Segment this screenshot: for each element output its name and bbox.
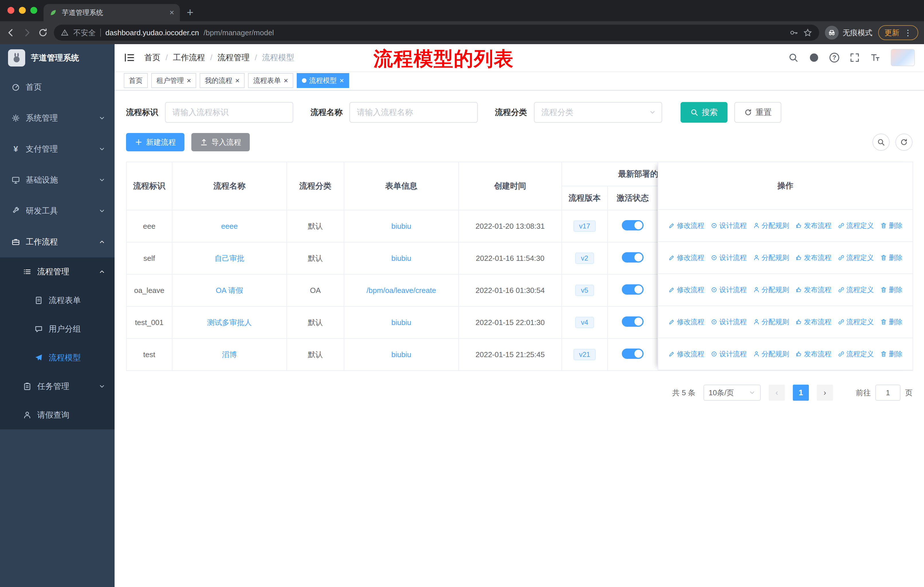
process-name-link[interactable]: 测试多审批人 bbox=[207, 318, 252, 327]
prev-page-button[interactable]: ‹ bbox=[769, 385, 785, 401]
import-process-button[interactable]: 导入流程 bbox=[191, 133, 250, 151]
delete-link[interactable]: 删除 bbox=[880, 285, 903, 294]
tab-close-icon[interactable]: × bbox=[170, 8, 174, 17]
form-info-link[interactable]: biubiu bbox=[391, 254, 411, 263]
window-close-button[interactable] bbox=[7, 7, 14, 14]
reload-icon[interactable] bbox=[38, 28, 48, 38]
sidebar-item-workflow[interactable]: 工作流程 bbox=[0, 227, 115, 257]
sidebar-item-leave-query[interactable]: 请假查询 bbox=[0, 401, 115, 429]
deploy-process-link[interactable]: 发布流程 bbox=[795, 349, 832, 359]
form-info-link[interactable]: biubiu bbox=[391, 350, 411, 359]
browser-tab[interactable]: 芋道管理系统 × bbox=[43, 4, 180, 21]
process-name-link[interactable]: 自己审批 bbox=[214, 254, 244, 263]
process-definition-link[interactable]: 流程定义 bbox=[838, 253, 874, 262]
tag-item[interactable]: 流程模型 × bbox=[297, 73, 349, 88]
sidebar-item-home[interactable]: 首页 bbox=[0, 72, 115, 103]
form-info-link[interactable]: biubiu bbox=[391, 222, 411, 230]
app-logo[interactable]: 芋道管理系统 bbox=[0, 44, 115, 72]
page-1-button[interactable]: 1 bbox=[793, 385, 809, 401]
process-definition-link[interactable]: 流程定义 bbox=[838, 317, 874, 326]
modify-process-link[interactable]: 修改流程 bbox=[668, 285, 704, 294]
password-key-icon[interactable] bbox=[789, 28, 799, 37]
tag-close-icon[interactable]: × bbox=[235, 77, 239, 84]
process-name-link[interactable]: eeee bbox=[221, 222, 238, 230]
assign-rule-link[interactable]: 分配规则 bbox=[753, 221, 789, 230]
category-select[interactable]: 流程分类 bbox=[534, 102, 662, 123]
sidebar-item-process-management[interactable]: 流程管理 bbox=[0, 257, 115, 286]
modify-process-link[interactable]: 修改流程 bbox=[668, 317, 704, 326]
sidebar-item-task-management[interactable]: 任务管理 bbox=[0, 372, 115, 401]
assign-rule-link[interactable]: 分配规则 bbox=[753, 317, 789, 326]
help-icon[interactable]: ? bbox=[830, 53, 839, 63]
new-tab-button[interactable]: + bbox=[180, 6, 200, 21]
next-page-button[interactable]: › bbox=[817, 385, 833, 401]
modify-process-link[interactable]: 修改流程 bbox=[668, 221, 704, 230]
sidebar-item-payment[interactable]: ¥ 支付管理 bbox=[0, 134, 115, 165]
sidebar-item-infrastructure[interactable]: 基础设施 bbox=[0, 165, 115, 195]
tag-close-icon[interactable]: × bbox=[340, 77, 344, 84]
delete-link[interactable]: 删除 bbox=[880, 253, 903, 262]
deploy-process-link[interactable]: 发布流程 bbox=[795, 317, 832, 326]
github-icon[interactable] bbox=[809, 53, 819, 63]
modify-process-link[interactable]: 修改流程 bbox=[668, 253, 704, 262]
font-size-icon[interactable] bbox=[870, 53, 881, 63]
security-label[interactable]: 不安全 bbox=[73, 28, 96, 38]
active-toggle[interactable] bbox=[622, 349, 644, 359]
process-definition-link[interactable]: 流程定义 bbox=[838, 285, 874, 294]
goto-page-input[interactable] bbox=[875, 385, 901, 401]
design-process-link[interactable]: 设计流程 bbox=[711, 317, 747, 326]
browser-update-button[interactable]: 更新 ⋮ bbox=[878, 25, 918, 40]
window-minimize-button[interactable] bbox=[19, 7, 26, 14]
form-info-link[interactable]: /bpm/oa/leave/create bbox=[366, 286, 436, 294]
breadcrumb-home[interactable]: 首页 bbox=[144, 52, 160, 63]
delete-link[interactable]: 删除 bbox=[880, 349, 903, 359]
process-name-link[interactable]: 滔博 bbox=[222, 350, 237, 359]
sidebar-item-process-model[interactable]: 流程模型 bbox=[0, 343, 115, 372]
show-search-button[interactable] bbox=[873, 134, 889, 151]
user-avatar[interactable] bbox=[891, 49, 915, 66]
assign-rule-link[interactable]: 分配规则 bbox=[753, 285, 789, 294]
tag-item[interactable]: 我的流程 × bbox=[200, 73, 244, 88]
bookmark-star-icon[interactable] bbox=[803, 28, 812, 37]
fullscreen-icon[interactable] bbox=[850, 53, 860, 63]
process-name-link[interactable]: OA 请假 bbox=[216, 286, 243, 294]
active-toggle[interactable] bbox=[622, 252, 644, 263]
process-definition-link[interactable]: 流程定义 bbox=[838, 349, 874, 359]
breadcrumb-process-management[interactable]: 流程管理 bbox=[218, 52, 250, 63]
assign-rule-link[interactable]: 分配规则 bbox=[753, 253, 789, 262]
process-name-input[interactable] bbox=[350, 102, 478, 123]
search-button[interactable]: 搜索 bbox=[681, 102, 728, 123]
url-domain[interactable]: dashboard.yudao.iocoder.cn bbox=[106, 28, 199, 37]
url-path[interactable]: /bpm/manager/model bbox=[204, 28, 274, 37]
breadcrumb-workflow[interactable]: 工作流程 bbox=[173, 52, 205, 63]
design-process-link[interactable]: 设计流程 bbox=[711, 285, 747, 294]
design-process-link[interactable]: 设计流程 bbox=[711, 349, 747, 359]
search-icon[interactable] bbox=[788, 53, 799, 63]
window-zoom-button[interactable] bbox=[30, 7, 37, 14]
address-bar[interactable]: 不安全 dashboard.yudao.iocoder.cn/bpm/manag… bbox=[54, 25, 819, 41]
tag-item[interactable]: 流程表单 × bbox=[248, 73, 293, 88]
active-toggle[interactable] bbox=[622, 316, 644, 327]
design-process-link[interactable]: 设计流程 bbox=[711, 221, 747, 230]
refresh-table-button[interactable] bbox=[895, 134, 912, 151]
sidebar-item-user-group[interactable]: 用户分组 bbox=[0, 315, 115, 343]
tag-close-icon[interactable]: × bbox=[284, 77, 288, 84]
form-info-link[interactable]: biubiu bbox=[391, 318, 411, 327]
active-toggle[interactable] bbox=[622, 284, 644, 294]
assign-rule-link[interactable]: 分配规则 bbox=[753, 349, 789, 359]
create-process-button[interactable]: 新建流程 bbox=[126, 133, 185, 151]
back-icon[interactable] bbox=[6, 28, 16, 38]
reset-button[interactable]: 重置 bbox=[734, 102, 781, 123]
sidebar-item-devtools[interactable]: 研发工具 bbox=[0, 195, 115, 227]
modify-process-link[interactable]: 修改流程 bbox=[668, 349, 704, 359]
sidebar-collapse-icon[interactable] bbox=[124, 52, 135, 63]
active-toggle[interactable] bbox=[622, 220, 644, 230]
delete-link[interactable]: 删除 bbox=[880, 221, 903, 230]
design-process-link[interactable]: 设计流程 bbox=[711, 253, 747, 262]
process-definition-link[interactable]: 流程定义 bbox=[838, 221, 874, 230]
deploy-process-link[interactable]: 发布流程 bbox=[795, 253, 832, 262]
deploy-process-link[interactable]: 发布流程 bbox=[795, 221, 832, 230]
forward-icon[interactable] bbox=[22, 28, 32, 38]
tag-item[interactable]: 租户管理 × bbox=[151, 73, 196, 88]
browser-menu-icon[interactable]: ⋮ bbox=[904, 28, 912, 38]
